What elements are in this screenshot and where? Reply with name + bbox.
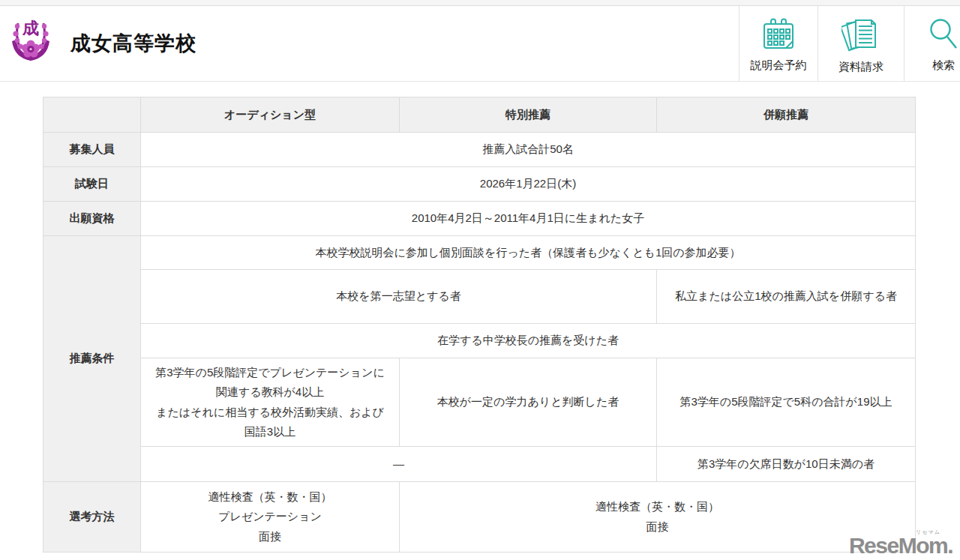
calendar-icon xyxy=(761,18,796,53)
cell-senko-audition: 適性検査（英・数・国） プレゼンテーション 面接 xyxy=(141,482,400,553)
table-row-suisen-1: 推薦条件 本校学校説明会に参加し個別面談を行った者（保護者も少なくとも1回の参加… xyxy=(44,236,916,270)
cell-suisen-cond5-left: — xyxy=(141,447,657,482)
cell-shutsugan-all: 2010年4月2日～2011年4月1日に生まれた女子 xyxy=(141,202,916,236)
row-label-senko: 選考方法 xyxy=(44,482,141,553)
cell-shiken-all: 2026年1月22日(木) xyxy=(141,167,916,202)
header-cell-heigan: 併願推薦 xyxy=(657,97,916,133)
cell-suisen-cond1: 本校学校説明会に参加し個別面談を行った者（保護者も少なくとも1回の参加必要） xyxy=(141,236,916,270)
cell-suisen-cond4-heigan: 第3学年の5段階評定で5科の合計が19以上 xyxy=(657,358,916,447)
table-row-boshu: 募集人員 推薦入試合計50名 xyxy=(44,133,916,167)
table-row-shiken: 試験日 2026年1月22日(木) xyxy=(44,167,916,202)
table-row-suisen-4: 第3学年の5段階評定でプレゼンテーションに関連する教科が4以上 またはそれに相当… xyxy=(44,358,916,447)
cell-suisen-cond2-left: 本校を第一志望とする者 xyxy=(141,270,657,324)
header-cell-empty xyxy=(44,97,141,133)
admission-table: オーディション型 特別推薦 併願推薦 募集人員 推薦入試合計50名 試験日 20… xyxy=(43,97,916,553)
table-header-row: オーディション型 特別推薦 併願推薦 xyxy=(44,97,916,133)
main-content: オーディション型 特別推薦 併願推薦 募集人員 推薦入試合計50名 試験日 20… xyxy=(0,82,960,553)
cell-suisen-cond4-audition: 第3学年の5段階評定でプレゼンテーションに関連する教科が4以上 またはそれに相当… xyxy=(141,358,400,447)
search-icon xyxy=(928,18,959,53)
cell-suisen-cond5-right: 第3学年の欠席日数が10日未満の者 xyxy=(657,447,916,482)
row-label-shutsugan: 出願資格 xyxy=(44,202,141,236)
browser-top-strip xyxy=(0,0,960,6)
table-row-senko: 選考方法 適性検査（英・数・国） プレゼンテーション 面接 適性検査（英・数・国… xyxy=(44,482,916,553)
header-nav: 説明会予約 資料請求 xyxy=(739,6,960,81)
nav-document-request[interactable]: 資料請求 xyxy=(818,6,904,81)
nav-search[interactable]: 検索 xyxy=(904,6,960,81)
nav-label-search: 検索 xyxy=(932,58,955,73)
cell-suisen-cond3: 在学する中学校長の推薦を受けた者 xyxy=(141,324,916,358)
documents-icon xyxy=(842,16,880,55)
row-label-boshu: 募集人員 xyxy=(44,133,141,167)
svg-text:成: 成 xyxy=(22,19,39,37)
nav-briefing-reservation[interactable]: 説明会予約 xyxy=(739,6,818,81)
school-name: 成女高等学校 xyxy=(70,30,196,57)
cell-boshu-all: 推薦入試合計50名 xyxy=(141,133,916,167)
row-label-shiken: 試験日 xyxy=(44,167,141,202)
table-row-suisen-2: 本校を第一志望とする者 私立または公立1校の推薦入試を併願する者 xyxy=(44,270,916,324)
row-label-suisen: 推薦条件 xyxy=(44,236,141,482)
table-row-suisen-3: 在学する中学校長の推薦を受けた者 xyxy=(44,324,916,358)
cell-suisen-cond2-right: 私立または公立1校の推薦入試を併願する者 xyxy=(657,270,916,324)
table-row-shutsugan: 出願資格 2010年4月2日～2011年4月1日に生まれた女子 xyxy=(44,202,916,236)
school-brand-link[interactable]: 成 成女高等学校 xyxy=(8,6,196,81)
cell-suisen-cond4-tokubetsu: 本校が一定の学力ありと判断した者 xyxy=(400,358,657,447)
header-cell-tokubetsu: 特別推薦 xyxy=(400,97,657,133)
nav-label-documents: 資料請求 xyxy=(838,60,884,74)
site-header: 成 成女高等学校 xyxy=(0,6,960,82)
table-row-suisen-5: — 第3学年の欠席日数が10日未満の者 xyxy=(44,447,916,482)
nav-label-briefing: 説明会予約 xyxy=(751,58,807,73)
cell-senko-others: 適性検査（英・数・国） 面接 xyxy=(400,482,916,553)
header-cell-audition: オーディション型 xyxy=(141,97,400,133)
school-logo-icon: 成 xyxy=(8,16,54,71)
